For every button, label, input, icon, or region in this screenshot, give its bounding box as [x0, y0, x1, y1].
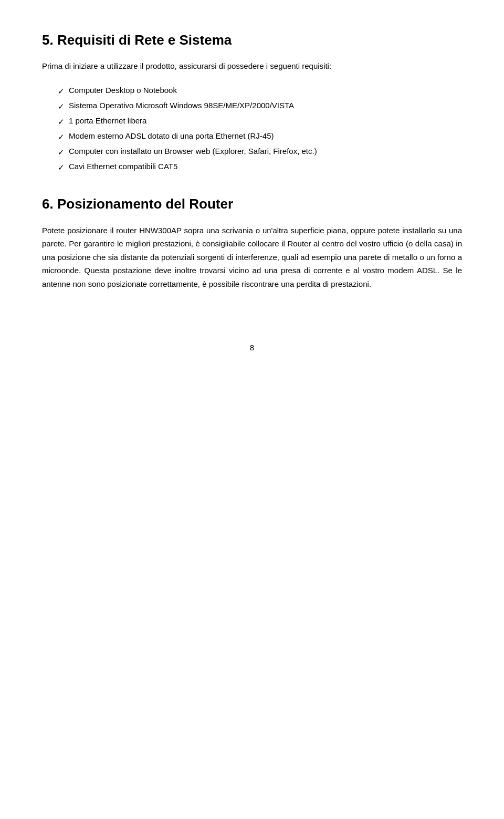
list-item-text: Sistema Operativo Microsoft Windows 98SE… [69, 98, 294, 112]
section5-intro: Prima di iniziare a utilizzare il prodot… [42, 60, 462, 72]
checkmark-icon: ✓ [58, 84, 65, 98]
checkmark-icon: ✓ [58, 99, 65, 113]
requirements-list: ✓ Computer Desktop o Notebook ✓ Sistema … [58, 83, 462, 174]
checkmark-icon: ✓ [58, 115, 65, 129]
section6-title: 6. Posizionamento del Router [42, 195, 462, 213]
list-item: ✓ Cavi Ethernet compatibili CAT5 [58, 159, 462, 174]
checkmark-icon: ✓ [58, 160, 65, 174]
checkmark-icon: ✓ [58, 145, 65, 159]
list-item: ✓ 1 porta Ethernet libera [58, 113, 462, 129]
page-number: 8 [42, 343, 462, 352]
section6-paragraph: Potete posizionare il router HNW300AP so… [42, 224, 462, 291]
list-item-text: Computer Desktop o Notebook [69, 83, 177, 97]
list-item: ✓ Sistema Operativo Microsoft Windows 98… [58, 98, 462, 113]
list-item-text: 1 porta Ethernet libera [69, 113, 146, 128]
checkmark-icon: ✓ [58, 130, 65, 144]
list-item: ✓ Computer Desktop o Notebook [58, 83, 462, 98]
list-item: ✓ Modem esterno ADSL dotato di una porta… [58, 129, 462, 144]
list-item-text: Modem esterno ADSL dotato di una porta E… [69, 129, 274, 143]
list-item-text: Cavi Ethernet compatibili CAT5 [69, 159, 177, 173]
list-item-text: Computer con installato un Browser web (… [69, 144, 317, 158]
list-item: ✓ Computer con installato un Browser web… [58, 144, 462, 159]
section5-title: 5. Requisiti di Rete e Sistema [42, 32, 462, 49]
